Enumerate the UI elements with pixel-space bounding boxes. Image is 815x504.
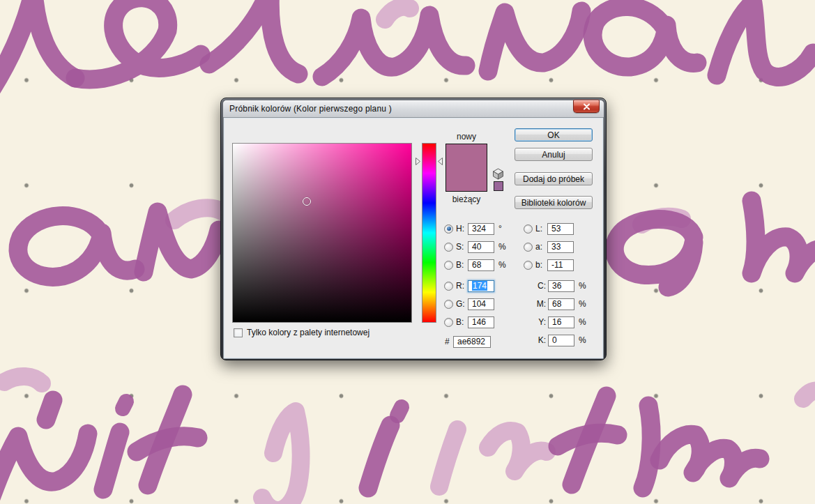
- close-icon: [583, 103, 591, 110]
- lab-b-input[interactable]: -11: [547, 259, 574, 271]
- yellow-input[interactable]: 16: [548, 316, 574, 328]
- black-unit: %: [579, 335, 586, 345]
- dialog-client-area: nowy bieżący OK Anuluj Dodaj do próbek B…: [223, 117, 604, 359]
- hue-unit: °: [498, 224, 502, 234]
- brightness-input[interactable]: 68: [468, 259, 494, 271]
- cancel-button[interactable]: Anuluj: [515, 148, 593, 161]
- magenta-input[interactable]: 68: [548, 298, 574, 310]
- saturation-radio[interactable]: [444, 243, 453, 252]
- new-color-label: nowy: [445, 132, 487, 142]
- blue-radio[interactable]: [444, 318, 453, 327]
- yellow-label: Y:: [535, 317, 546, 327]
- black-label: K:: [535, 335, 546, 345]
- web-colors-only-label: Tylko kolory z palety internetowej: [247, 328, 370, 337]
- magenta-label: M:: [535, 299, 546, 309]
- desktop-background: Próbnik kolorów (Kolor pierwszego planu …: [0, 0, 815, 504]
- lab-a-radio[interactable]: [524, 243, 533, 252]
- green-label: G:: [456, 299, 466, 309]
- brightness-unit: %: [498, 260, 506, 270]
- hex-label: #: [445, 337, 452, 346]
- new-current-color-swatch[interactable]: [445, 144, 487, 192]
- black-input[interactable]: 0: [548, 335, 574, 346]
- hue-label: H:: [456, 224, 466, 234]
- hue-arrow-right-icon[interactable]: [437, 157, 443, 166]
- ok-button[interactable]: OK: [515, 128, 593, 142]
- hue-input[interactable]: 324: [468, 223, 494, 235]
- lab-b-radio[interactable]: [524, 261, 533, 270]
- yellow-unit: %: [579, 317, 586, 327]
- magenta-unit: %: [579, 299, 586, 309]
- dialog-titlebar[interactable]: Próbnik kolorów (Kolor pierwszego planu …: [223, 100, 604, 117]
- red-radio[interactable]: [444, 282, 453, 291]
- hex-input[interactable]: ae6892: [453, 336, 491, 348]
- lab-l-input[interactable]: 53: [547, 223, 574, 235]
- lab-b-label: b:: [535, 260, 546, 270]
- lab-l-label: L:: [535, 224, 546, 234]
- blue-label: B:: [456, 317, 466, 327]
- brightness-label: B:: [456, 260, 466, 270]
- hue-slider[interactable]: [422, 143, 436, 323]
- color-field-marker[interactable]: [303, 197, 311, 206]
- web-color-warning-cube-icon[interactable]: [492, 168, 505, 180]
- saturation-label: S:: [456, 242, 466, 252]
- web-colors-only-checkbox[interactable]: [234, 328, 243, 337]
- close-button[interactable]: [573, 100, 600, 113]
- brightness-radio[interactable]: [444, 261, 453, 270]
- lab-a-label: a:: [535, 242, 546, 252]
- cyan-label: C:: [535, 281, 546, 291]
- hue-radio[interactable]: [444, 224, 453, 234]
- saturation-unit: %: [498, 242, 506, 252]
- lab-a-input[interactable]: 33: [547, 241, 574, 253]
- green-input[interactable]: 104: [468, 298, 494, 310]
- dialog-title: Próbnik kolorów (Kolor pierwszego planu …: [229, 104, 392, 114]
- add-to-swatches-button[interactable]: Dodaj do próbek: [515, 172, 593, 185]
- color-field[interactable]: [232, 143, 412, 323]
- color-libraries-button[interactable]: Biblioteki kolorów: [515, 196, 593, 209]
- green-radio[interactable]: [444, 300, 453, 309]
- cyan-unit: %: [579, 281, 586, 291]
- blue-input[interactable]: 146: [468, 316, 494, 328]
- current-color-label: bieżący: [440, 194, 493, 204]
- hue-arrow-left-icon[interactable]: [415, 157, 421, 166]
- red-label: R:: [456, 281, 466, 291]
- cyan-input[interactable]: 36: [548, 280, 574, 292]
- web-safe-color-swatch[interactable]: [494, 181, 503, 191]
- saturation-input[interactable]: 40: [468, 241, 494, 253]
- color-picker-dialog: Próbnik kolorów (Kolor pierwszego planu …: [220, 98, 607, 360]
- red-input[interactable]: 174: [468, 280, 494, 292]
- lab-l-radio[interactable]: [524, 224, 533, 234]
